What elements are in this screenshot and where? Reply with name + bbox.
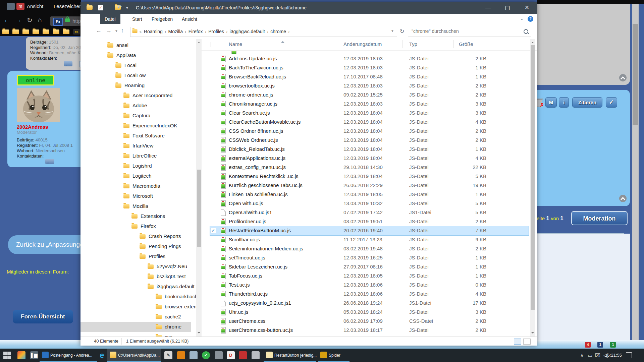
- approve-check-button[interactable]: ✓: [606, 97, 617, 108]
- breadcrumb-chevron-icon[interactable]: ›: [226, 27, 227, 37]
- breadcrumb-segment[interactable]: chrome: [268, 27, 288, 36]
- moderation-button[interactable]: Moderation: [571, 211, 628, 225]
- tree-item-profiles[interactable]: Profiles: [80, 251, 191, 261]
- tree-item-pending-pings[interactable]: Pending Pings: [80, 241, 191, 251]
- bookmark-folder-icon[interactable]: [53, 29, 59, 34]
- pm-icon[interactable]: [45, 159, 54, 164]
- tab-freigeben[interactable]: Freigeben: [147, 14, 177, 24]
- file-list-scrollbar[interactable]: [530, 39, 535, 337]
- minimize-button[interactable]: —: [478, 2, 498, 14]
- ribbon-expand-icon[interactable]: ⌄: [520, 16, 524, 21]
- edge-icon[interactable]: e: [98, 351, 106, 359]
- firefox-scrollbar[interactable]: [632, 4, 639, 340]
- refresh-icon[interactable]: ↻: [400, 28, 404, 35]
- file-row[interactable]: Test.uc.js12.03.2019 18:06JS-Datei0 KB: [210, 281, 529, 290]
- tree-item-experienceindexok[interactable]: ExperienceIndexOK: [80, 121, 191, 131]
- tree-item-microsoft[interactable]: Microsoft: [80, 191, 191, 201]
- file-row[interactable]: Uhr.uc.js05.03.2019 18:24JS-Datei3 KB: [210, 308, 529, 317]
- tree-item-i3gghgwc-default[interactable]: i3gghgwc.default: [80, 282, 191, 292]
- file-row[interactable]: CSS Ordner öffnen.uc.js12.03.2019 18:04J…: [210, 127, 529, 136]
- notification-badge[interactable]: 4: [585, 342, 591, 348]
- tree-item-irfanview[interactable]: IrfanView: [80, 141, 191, 151]
- tree-item-libreoffice[interactable]: LibreOffice: [80, 151, 191, 161]
- menu-ansicht[interactable]: Ansicht: [27, 3, 43, 9]
- tree-item-extensions[interactable]: Extensions: [80, 211, 191, 221]
- printer-app-icon[interactable]: [252, 351, 260, 359]
- tree-item-roaming[interactable]: Roaming: [80, 80, 191, 90]
- search-icon[interactable]: [524, 29, 528, 34]
- scroll-to-top-icon[interactable]: [619, 195, 627, 202]
- tree-item-css[interactable]: css: [80, 332, 191, 337]
- file-row[interactable]: Kürzlich geschlossene Tabs.uc.js26.06.20…: [210, 181, 529, 190]
- close-button[interactable]: ✕: [517, 2, 537, 14]
- breadcrumb-segment[interactable]: Roaming: [142, 27, 165, 36]
- file-row[interactable]: chrome-ordner.uc.js09.02.2019 15:25JS-Da…: [210, 90, 529, 100]
- info-button[interactable]: i: [559, 97, 569, 108]
- column-name[interactable]: Name: [229, 41, 242, 47]
- nav-up-icon[interactable]: ↑: [121, 27, 124, 34]
- reload-icon[interactable]: ↻: [27, 16, 33, 24]
- column-size[interactable]: Größe: [459, 41, 473, 47]
- grey-app-icon[interactable]: [215, 351, 223, 359]
- tree-item-bszikq0t-test[interactable]: bszikq0t.Test: [80, 272, 191, 282]
- tree-item-appdata[interactable]: AppData: [80, 50, 191, 60]
- file-row[interactable]: TabFocus.uc.js12.03.2019 18:05JS-Datei1 …: [210, 272, 529, 281]
- bookmark-folder-icon[interactable]: [63, 29, 69, 34]
- back-icon[interactable]: ←: [3, 16, 10, 24]
- tree-item-bookmarkbackups[interactable]: bookmarkbackups: [80, 292, 191, 302]
- breadcrumb-chevron-icon[interactable]: ›: [185, 27, 186, 37]
- fx-addon-icon[interactable]: Fx: [53, 18, 63, 26]
- file-row[interactable]: userChrome.css-button.uc.js12.03.2019 18…: [210, 326, 529, 335]
- scroll-to-top-icon[interactable]: [619, 74, 627, 81]
- tree-item-macromedia[interactable]: Macromedia: [80, 181, 191, 191]
- row-checkbox[interactable]: ✓: [211, 228, 216, 233]
- tree-item-cache2[interactable]: cache2: [80, 312, 191, 322]
- details-view-icon[interactable]: [514, 339, 521, 345]
- tree-item-logishrd[interactable]: Logishrd: [80, 161, 191, 171]
- tree-item-ansel[interactable]: ansel: [80, 40, 191, 50]
- nav-back-icon[interactable]: ←: [96, 27, 102, 34]
- forward-icon[interactable]: →: [15, 16, 22, 24]
- bookmark-folder-icon[interactable]: [2, 29, 9, 34]
- nav-forward-icon[interactable]: →: [106, 27, 112, 34]
- qat-properties-icon[interactable]: ✓: [98, 5, 103, 10]
- file-row[interactable]: setTimeout.uc.js12.03.2019 16:25JS-Datei…: [210, 253, 529, 262]
- tab-start[interactable]: Start: [127, 14, 147, 24]
- address-dropdown-icon[interactable]: ▼: [391, 29, 394, 33]
- bookmark-folder-icon[interactable]: [12, 29, 19, 34]
- tree-item-adobe[interactable]: Adobe: [80, 101, 191, 111]
- notes-app-icon[interactable]: ✎: [164, 351, 172, 359]
- tree-item-local[interactable]: Local: [80, 60, 191, 70]
- post-username[interactable]: 2002Andreas: [17, 124, 48, 130]
- column-type[interactable]: Typ: [409, 41, 417, 47]
- file-row[interactable]: Add-ons Update.uc.js12.03.2019 18:03JS-D…: [210, 54, 529, 63]
- d-app-icon[interactable]: D: [227, 351, 235, 359]
- qat-dropdown-icon[interactable]: ▼: [125, 6, 129, 10]
- nav-history-icon[interactable]: ▼: [115, 29, 118, 33]
- help-icon[interactable]: ?: [528, 16, 533, 22]
- file-row[interactable]: BackToTheFavicon.uc.js12.03.2019 18:03JS…: [210, 63, 529, 72]
- start-button[interactable]: [3, 352, 11, 360]
- forum-overview-button[interactable]: Foren-Übersicht: [13, 310, 73, 323]
- file-row[interactable]: ✓RestartFirefoxButtonM.uc.js20.02.2016 1…: [210, 226, 529, 235]
- file-row[interactable]: Sidebar Lesezeichen.uc.js27.09.2017 08:1…: [210, 262, 529, 272]
- thumbnails-view-icon[interactable]: [523, 339, 531, 345]
- moderator-m-button[interactable]: M: [545, 97, 557, 108]
- tree-item-captura[interactable]: Captura: [80, 111, 191, 121]
- bookmark-folder-icon[interactable]: [33, 29, 39, 34]
- file-row[interactable]: Open with.uc.js13.03.2019 10:32JS-Datei5…: [210, 199, 529, 208]
- home-icon[interactable]: ⌂: [38, 16, 42, 24]
- file-row[interactable]: Clear Search.uc.js12.03.2019 18:04JS-Dat…: [210, 109, 529, 118]
- file-row[interactable]: userChrome.css06.02.2019 17:09CSS-Datei2…: [210, 317, 529, 326]
- explorer-titlebar[interactable]: ✓ ↶ ▼ C:\Users\Andi\AppData\Roaming\Mozi…: [80, 2, 537, 14]
- bookmark-folder-icon[interactable]: [22, 29, 29, 34]
- file-row[interactable]: Kontextmenu Rechtsklick .uc.js12.03.2019…: [210, 172, 529, 181]
- breadcrumb[interactable]: «Roaming›Mozilla›Firefox›Profiles›i3gghg…: [130, 27, 397, 37]
- orange-app-icon[interactable]: [177, 351, 185, 359]
- file-row[interactable]: externalApplications.uc.js12.03.2019 18:…: [210, 154, 529, 163]
- tree-item-firefox[interactable]: Firefox: [80, 221, 191, 231]
- doc-app-icon[interactable]: [190, 351, 198, 359]
- session-manager-icon[interactable]: [7, 3, 15, 10]
- tree-item-browser-extension-data[interactable]: browser-extension-data: [80, 302, 191, 312]
- battery-icon[interactable]: ▭: [588, 353, 592, 358]
